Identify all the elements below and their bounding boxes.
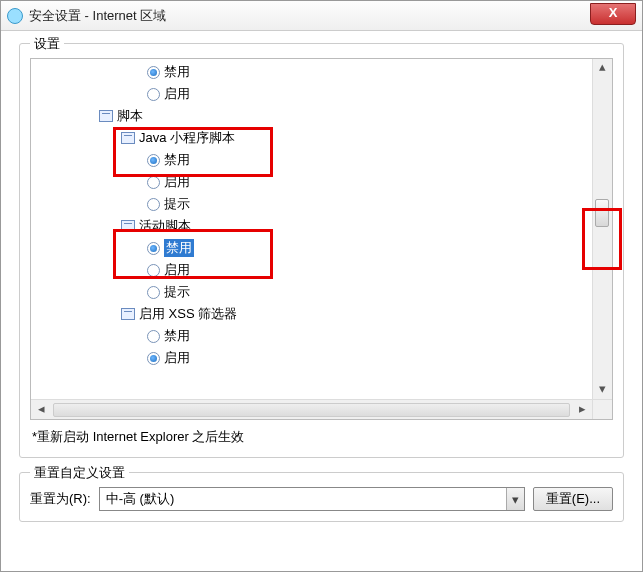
scroll-track[interactable] <box>53 403 570 417</box>
radio-label: 启用 <box>164 85 190 103</box>
radio-icon <box>147 154 160 167</box>
script-icon <box>99 110 113 122</box>
radio-label: 禁用 <box>164 151 190 169</box>
radio-label: 禁用 <box>164 239 194 257</box>
script-icon <box>121 132 135 144</box>
radio-row[interactable]: 启用 <box>31 83 592 105</box>
radio-row[interactable]: 禁用 <box>31 237 592 259</box>
chevron-down-icon: ▾ <box>506 488 524 510</box>
radio-icon <box>147 88 160 101</box>
radio-label: 禁用 <box>164 63 190 81</box>
scroll-thumb[interactable] <box>595 199 609 227</box>
scroll-left-icon[interactable]: ◂ <box>32 401 50 419</box>
radio-row[interactable]: 提示 <box>31 193 592 215</box>
radio-label: 禁用 <box>164 327 190 345</box>
radio-label: 提示 <box>164 283 190 301</box>
reset-group-title: 重置自定义设置 <box>30 464 129 482</box>
horizontal-scrollbar[interactable]: ◂ ▸ <box>31 399 592 419</box>
reset-label: 重置为(R): <box>30 490 91 508</box>
category-row: 活动脚本 <box>31 215 592 237</box>
radio-row[interactable]: 启用 <box>31 259 592 281</box>
category-label: Java 小程序脚本 <box>139 129 235 147</box>
category-row: 脚本 <box>31 105 592 127</box>
settings-group-title: 设置 <box>30 35 64 53</box>
scroll-right-icon[interactable]: ▸ <box>573 401 591 419</box>
category-row: Java 小程序脚本 <box>31 127 592 149</box>
script-icon <box>121 220 135 232</box>
vertical-scrollbar[interactable]: ▴ ▾ <box>592 59 612 399</box>
category-label: 活动脚本 <box>139 217 191 235</box>
radio-icon <box>147 286 160 299</box>
reset-group: 重置自定义设置 重置为(R): 中-高 (默认) ▾ 重置(E)... <box>19 472 624 522</box>
client-area: 设置 禁用 启用 脚本 Java 小程序脚本 <box>1 31 642 532</box>
ie-icon <box>7 8 23 24</box>
radio-icon <box>147 66 160 79</box>
radio-label: 启用 <box>164 261 190 279</box>
radio-row[interactable]: 禁用 <box>31 325 592 347</box>
settings-group: 设置 禁用 启用 脚本 Java 小程序脚本 <box>19 43 624 458</box>
radio-label: 启用 <box>164 349 190 367</box>
restart-note: *重新启动 Internet Explorer 之后生效 <box>32 428 611 446</box>
scroll-up-icon[interactable]: ▴ <box>593 59 611 77</box>
reset-level-select[interactable]: 中-高 (默认) ▾ <box>99 487 525 511</box>
category-row: 启用 XSS 筛选器 <box>31 303 592 325</box>
radio-row[interactable]: 启用 <box>31 171 592 193</box>
button-label: 重置(E)... <box>546 490 600 508</box>
radio-icon <box>147 198 160 211</box>
radio-icon <box>147 242 160 255</box>
radio-label: 启用 <box>164 173 190 191</box>
radio-row[interactable]: 禁用 <box>31 61 592 83</box>
radio-icon <box>147 330 160 343</box>
radio-row[interactable]: 启用 <box>31 347 592 369</box>
scroll-corner <box>592 399 612 419</box>
radio-row[interactable]: 禁用 <box>31 149 592 171</box>
radio-icon <box>147 176 160 189</box>
close-button[interactable]: X <box>590 3 636 25</box>
radio-icon <box>147 264 160 277</box>
reset-button[interactable]: 重置(E)... <box>533 487 613 511</box>
window-title: 安全设置 - Internet 区域 <box>29 7 166 25</box>
scroll-down-icon[interactable]: ▾ <box>593 381 611 399</box>
select-value: 中-高 (默认) <box>100 490 175 508</box>
category-label: 脚本 <box>117 107 143 125</box>
titlebar: 安全设置 - Internet 区域 X <box>1 1 642 31</box>
script-icon <box>121 308 135 320</box>
radio-row[interactable]: 提示 <box>31 281 592 303</box>
radio-icon <box>147 352 160 365</box>
listbox-content: 禁用 启用 脚本 Java 小程序脚本 禁用 <box>31 59 592 399</box>
settings-listbox[interactable]: 禁用 启用 脚本 Java 小程序脚本 禁用 <box>30 58 613 420</box>
radio-label: 提示 <box>164 195 190 213</box>
category-label: 启用 XSS 筛选器 <box>139 305 237 323</box>
